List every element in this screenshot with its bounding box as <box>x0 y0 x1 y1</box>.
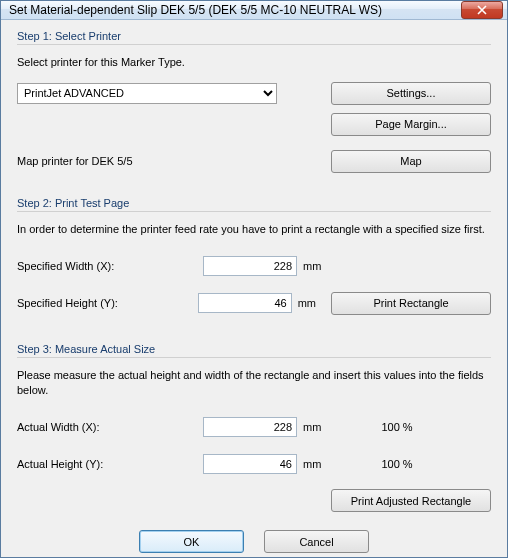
actual-width-row: Actual Width (X): mm 100 % <box>17 415 491 438</box>
print-rectangle-button[interactable]: Print Rectangle <box>331 292 491 315</box>
step3-instruction: Please measure the actual height and wid… <box>17 368 491 398</box>
spec-height-row: Specified Height (Y): mm Print Rectangle <box>17 292 491 315</box>
printer-select-row: PrintJet ADVANCED Settings... <box>17 82 491 105</box>
actual-width-pct: 100 % <box>367 421 427 433</box>
actual-height-label: Actual Height (Y): <box>17 458 187 470</box>
map-row: Map printer for DEK 5/5 Map <box>17 150 491 173</box>
spec-height-input[interactable] <box>198 293 292 313</box>
unit-mm: mm <box>297 260 337 272</box>
actual-height-row: Actual Height (Y): mm 100 % <box>17 452 491 475</box>
spec-height-label: Specified Height (Y): <box>17 297 184 309</box>
spec-width-row: Specified Width (X): mm <box>17 255 491 278</box>
unit-mm: mm <box>297 458 337 470</box>
titlebar: Set Material-dependent Slip DEK 5/5 (DEK… <box>1 1 507 20</box>
step2-instruction: In order to determine the printer feed r… <box>17 222 491 237</box>
dialog-footer: OK Cancel <box>17 520 491 555</box>
dialog-content: Step 1: Select Printer Select printer fo… <box>1 20 507 558</box>
ok-button[interactable]: OK <box>139 530 244 553</box>
page-margin-button[interactable]: Page Margin... <box>331 113 491 136</box>
dialog-window: Set Material-dependent Slip DEK 5/5 (DEK… <box>0 0 508 558</box>
settings-button[interactable]: Settings... <box>331 82 491 105</box>
page-margin-row: Page Margin... <box>17 113 491 136</box>
unit-mm: mm <box>292 297 331 309</box>
printer-select[interactable]: PrintJet ADVANCED <box>17 83 277 104</box>
print-adjusted-row: Print Adjusted Rectangle <box>17 489 491 512</box>
actual-width-label: Actual Width (X): <box>17 421 187 433</box>
step2-title: Step 2: Print Test Page <box>17 195 491 212</box>
close-icon <box>477 5 487 15</box>
step1-instruction: Select printer for this Marker Type. <box>17 55 491 70</box>
close-button[interactable] <box>461 1 503 19</box>
step1-title: Step 1: Select Printer <box>17 28 491 45</box>
unit-mm: mm <box>297 421 337 433</box>
map-button[interactable]: Map <box>331 150 491 173</box>
cancel-button[interactable]: Cancel <box>264 530 369 553</box>
window-title: Set Material-dependent Slip DEK 5/5 (DEK… <box>9 3 461 17</box>
spec-width-input[interactable] <box>203 256 297 276</box>
map-label: Map printer for DEK 5/5 <box>17 155 277 167</box>
actual-height-input[interactable] <box>203 454 297 474</box>
actual-width-input[interactable] <box>203 417 297 437</box>
actual-height-pct: 100 % <box>367 458 427 470</box>
step3-title: Step 3: Measure Actual Size <box>17 341 491 358</box>
spec-width-label: Specified Width (X): <box>17 260 187 272</box>
print-adjusted-button[interactable]: Print Adjusted Rectangle <box>331 489 491 512</box>
